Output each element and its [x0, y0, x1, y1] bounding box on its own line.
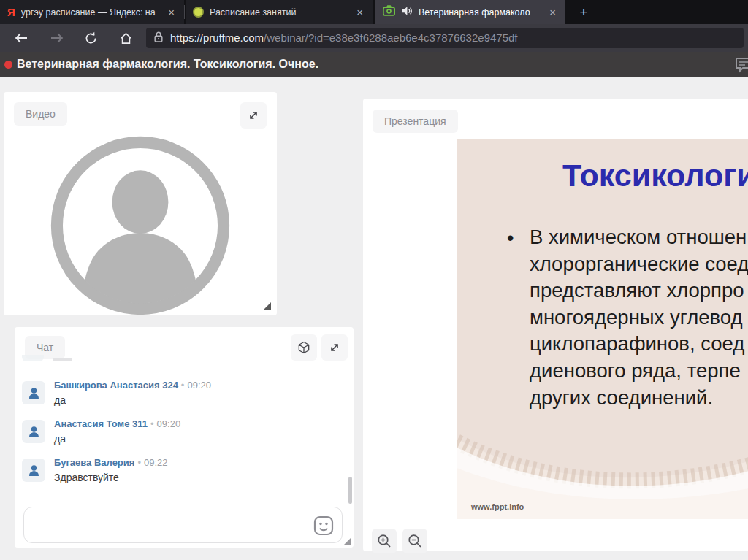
- close-tab-icon[interactable]: ×: [166, 7, 177, 18]
- video-resize-handle[interactable]: [264, 302, 271, 310]
- user-avatar-icon: [22, 381, 45, 404]
- browser-toolbar: https://pruffme.com/webinar/?id=e38e3f62…: [0, 24, 748, 52]
- webinar-title: Ветеринарная фармакология. Токсикология.…: [17, 58, 318, 71]
- browser-window: Я ургэу расписание — Яндекс: на × Распис…: [0, 0, 748, 560]
- tab-separator: [184, 5, 185, 19]
- scrolled-message-avatar: [22, 355, 44, 361]
- url-bar[interactable]: https://pruffme.com/webinar/?id=e38e3f62…: [146, 28, 744, 48]
- video-panel: Видео: [4, 92, 277, 315]
- tab-title: ургэу расписание — Яндекс: на: [21, 7, 160, 18]
- presentation-panel: Презентация Токсикология • В химическом …: [363, 99, 748, 551]
- chat-cube-button[interactable]: [291, 334, 317, 361]
- webinar-header: Ветеринарная фармакология. Токсикология.…: [0, 52, 748, 77]
- tab-webinar-active[interactable]: Ветеринарная фармаколо ×: [375, 0, 565, 24]
- schedule-favicon-icon: [193, 7, 204, 18]
- presentation-slide: Токсикология • В химическом отношен хлор…: [457, 139, 748, 519]
- presentation-panel-label: Презентация: [373, 110, 458, 133]
- chat-input-container: [23, 507, 343, 543]
- dot-separator: •: [137, 457, 141, 468]
- video-panel-label: Видео: [14, 102, 67, 126]
- tab-yandex-search[interactable]: Я ургэу расписание — Яндекс: на ×: [0, 0, 184, 24]
- message-author[interactable]: Бугаева Валерия: [54, 457, 134, 468]
- emoji-picker-button[interactable]: [311, 513, 336, 538]
- tab-audio-speaker-icon[interactable]: [401, 6, 413, 19]
- zoom-in-button[interactable]: [372, 529, 397, 553]
- chat-bubble-icon[interactable]: [735, 56, 748, 77]
- video-expand-button[interactable]: [240, 102, 267, 129]
- back-button[interactable]: [12, 29, 30, 47]
- chat-message: Башкирова Анастасия 324•09:20 да: [22, 380, 333, 406]
- tab-title: Расписание занятий: [210, 7, 348, 18]
- message-text: Здравствуйте: [54, 472, 333, 483]
- close-tab-icon[interactable]: ×: [547, 7, 558, 18]
- user-avatar-icon: [22, 420, 45, 443]
- recording-indicator: [4, 61, 12, 69]
- slide-footer-credit: www.fppt.info: [471, 502, 524, 511]
- message-time: 09:22: [144, 457, 168, 468]
- chat-message-input[interactable]: [30, 512, 308, 538]
- camera-icon: [383, 5, 395, 19]
- reload-button[interactable]: [82, 29, 99, 47]
- slide-title: Токсикология: [562, 158, 748, 193]
- dot-separator: •: [181, 380, 185, 391]
- message-author[interactable]: Башкирова Анастасия 324: [54, 380, 178, 391]
- slide-bullet: •: [507, 227, 514, 250]
- lock-icon: [153, 31, 164, 46]
- yandex-icon: Я: [7, 6, 15, 18]
- message-text: да: [54, 394, 333, 406]
- dot-separator: •: [150, 418, 154, 429]
- message-time: 09:20: [157, 418, 181, 429]
- tab-schedule[interactable]: Расписание занятий ×: [186, 0, 373, 24]
- message-author[interactable]: Анастасия Томе 311: [54, 418, 148, 429]
- scrolled-message-text: [53, 358, 72, 361]
- chat-scrollbar[interactable]: [348, 477, 352, 504]
- close-tab-icon[interactable]: ×: [354, 7, 365, 18]
- zoom-out-button[interactable]: [402, 529, 427, 553]
- chat-resize-handle[interactable]: [343, 538, 351, 545]
- url-path: /webinar/?id=e38e3f6288aeb6e4c37876632e9…: [264, 31, 517, 44]
- user-avatar-icon: [22, 459, 45, 482]
- message-time: 09:20: [187, 380, 211, 391]
- forward-button[interactable]: [48, 29, 66, 47]
- tab-title: Ветеринарная фармаколо: [419, 7, 541, 18]
- chat-message: Бугаева Валерия•09:22 Здравствуйте: [22, 457, 333, 483]
- avatar: [50, 135, 231, 316]
- slide-body-text: В химическом отношен хлорорганические со…: [530, 224, 748, 411]
- chat-panel: Чат Башкирова Анастасия 324•09:20 да Ана…: [15, 327, 354, 548]
- chat-message: Анастасия Томе 311•09:20 да: [22, 418, 333, 445]
- new-tab-button[interactable]: +: [574, 3, 593, 22]
- home-button[interactable]: [117, 29, 134, 47]
- url-host: https://pruffme.com: [170, 31, 264, 44]
- tab-bar: Я ургэу расписание — Яндекс: на × Распис…: [0, 0, 748, 24]
- message-text: да: [54, 433, 333, 445]
- chat-expand-button[interactable]: [321, 334, 348, 361]
